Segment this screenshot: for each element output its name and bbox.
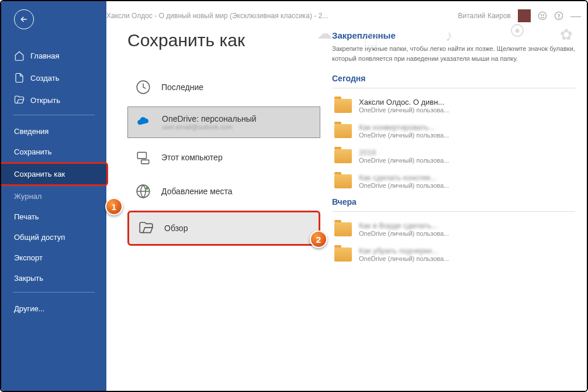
folder-icon [334,149,352,163]
nav-label: Сохранить [14,147,52,156]
nav-label: Журнал [14,192,41,201]
svg-point-4 [559,18,559,19]
folder-name: Как в Ворде сделать... [359,221,449,230]
folder-item[interactable]: Как конвертировать... OneDrive (личный) … [332,118,575,143]
nav-label: Закрыть [14,274,43,283]
svg-rect-7 [141,160,149,164]
help-icon[interactable] [554,11,563,20]
folder-name: Как убрать подчерки... [359,246,449,255]
home-icon [14,50,25,61]
doodle-icon: ⬚ [364,30,378,49]
new-doc-icon [14,73,25,83]
folder-path: OneDrive (личный) пользова... [359,182,449,189]
folder-name: 2019 [359,148,449,157]
doodle-icon: ⦿ [510,22,525,40]
group-today: Сегодня [332,74,575,83]
svg-rect-6 [137,152,146,159]
location-this-pc[interactable]: Этот компьютер [127,143,320,172]
folder-icon [334,99,352,113]
location-onedrive[interactable]: OneDrive: персональный user.email@outloo… [127,106,320,138]
username: Виталий Каиров [458,12,511,20]
folder-path: OneDrive (личный) пользова... [359,157,449,164]
nav-label: Открыть [30,96,60,105]
doodle-icon: ✿ [560,26,573,44]
nav-close[interactable]: Закрыть [1,268,106,288]
nav-more[interactable]: Другие... [1,298,106,319]
nav-info[interactable]: Сведения [1,121,106,142]
svg-point-1 [541,15,541,15]
doodle-icon: ♪ [445,27,453,45]
minimize-icon[interactable]: — [570,10,581,22]
nav-label: Другие... [14,304,44,313]
this-pc-icon [136,150,151,165]
backstage-sidebar: Главная Создать Открыть Сведения Сохрани… [1,1,106,391]
folder-item[interactable]: Как в Ворде сделать... OneDrive (личный)… [332,216,575,242]
nav-label: Общий доступ [14,233,65,242]
page-title: Сохранить как [127,30,320,50]
nav-label: Сведения [14,127,49,136]
folder-item[interactable]: Хаксли Олдос. О дивн... OneDrive (личный… [332,93,575,118]
location-add-place[interactable]: Добавление места [127,177,320,206]
folder-icon [334,174,352,188]
folder-item[interactable]: 2019 OneDrive (личный) пользова... [332,143,575,169]
location-label: OneDrive: персональный [162,114,257,123]
folder-name: Хаксли Олдос. О дивн... [359,98,449,106]
folder-icon [334,247,352,262]
folder-item[interactable]: Как убрать подчерки... OneDrive (личный)… [332,242,575,267]
callout-badge-2: 2 [310,231,327,248]
location-label: Последние [161,82,203,92]
folder-path: OneDrive (личный) пользова... [359,230,449,237]
nav-label: Сохранить как [14,170,65,178]
folder-name: Как сделать конспек... [359,173,449,182]
folder-path: OneDrive (личный) пользова... [359,106,449,114]
folder-name: Как конвертировать... [359,123,449,132]
nav-print[interactable]: Печать [1,207,106,227]
location-recent[interactable]: Последние [127,73,320,102]
onedrive-icon [136,115,151,130]
doodle-icon: ☁ [317,25,332,43]
folder-path: OneDrive (личный) пользова... [359,255,449,262]
group-yesterday: Вчера [332,197,575,207]
folder-path: OneDrive (личный) пользова... [359,132,449,139]
callout-badge-1: 1 [105,198,123,215]
add-place-icon [136,184,151,199]
doc-title: Хаксли Олдос - О дивный новый мир (Экскл… [106,12,328,20]
nav-export[interactable]: Экспорт [1,247,106,268]
location-label: Обзор [164,223,188,233]
location-label: Этот компьютер [161,153,223,162]
nav-save[interactable]: Сохранить [1,142,106,162]
nav-new[interactable]: Создать [1,67,106,89]
nav-label: Главная [30,51,59,60]
location-label: Добавление места [161,187,233,196]
folder-icon [334,222,352,236]
nav-open[interactable]: Открыть [1,89,106,111]
browse-folder-icon [139,221,154,236]
clock-icon [136,80,151,95]
svg-point-2 [543,15,544,15]
location-sublabel: user.email@outlook.com [162,123,257,130]
folder-item[interactable]: Как сделать конспек... OneDrive (личный)… [332,169,575,194]
folder-icon [334,124,352,138]
location-browse[interactable]: Обзор [127,211,320,246]
nav-label: Экспорт [14,253,43,262]
nav-label: Создать [30,74,59,82]
user-avatar[interactable] [518,9,531,22]
nav-share[interactable]: Общий доступ [1,227,106,247]
back-button[interactable] [14,9,34,29]
nav-history[interactable]: Журнал [1,186,106,207]
nav-home[interactable]: Главная [1,44,106,67]
nav-label: Печать [14,212,39,221]
svg-point-0 [538,12,546,19]
nav-save-as[interactable]: Сохранить как [0,162,108,186]
face-icon[interactable] [538,11,547,20]
open-folder-icon [14,95,25,105]
